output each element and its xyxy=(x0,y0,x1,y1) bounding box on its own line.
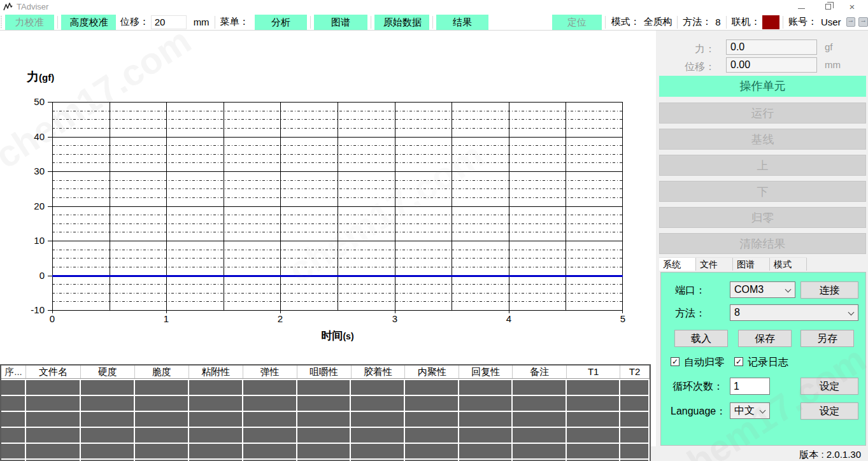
y-tick-mark xyxy=(48,206,52,207)
table-column-header[interactable]: 粘附性 xyxy=(189,365,243,378)
minor-gridline xyxy=(52,250,623,250)
table-row[interactable] xyxy=(1,444,650,458)
connect-button[interactable]: 连接 xyxy=(800,281,858,299)
table-row[interactable] xyxy=(1,428,650,443)
account-label: 账号： xyxy=(786,16,819,28)
raw-data-button[interactable]: 原始数据 xyxy=(374,15,429,30)
displacement-readout-label: 位移： xyxy=(685,60,715,74)
force-calibration-button[interactable]: 力校准 xyxy=(5,15,54,30)
method-label: 方法： xyxy=(681,16,713,28)
login-icon[interactable] xyxy=(846,17,856,27)
baseline-button[interactable]: 基线 xyxy=(659,129,866,150)
table-cell xyxy=(243,412,296,427)
vertical-gridline xyxy=(110,102,110,310)
save-button[interactable]: 保存 xyxy=(738,330,792,347)
table-cell xyxy=(243,380,296,395)
cycles-input[interactable] xyxy=(730,378,770,395)
table-cell xyxy=(243,444,296,458)
table-cell xyxy=(513,396,566,411)
height-calibration-button[interactable]: 高度校准 xyxy=(61,15,116,30)
table-column-header[interactable]: 回复性 xyxy=(459,365,513,378)
table-cell xyxy=(459,396,511,411)
port-select[interactable]: COM3 xyxy=(730,281,795,298)
table-cell xyxy=(351,444,404,458)
table-cell xyxy=(405,444,458,458)
table-column-header[interactable]: 硬度 xyxy=(81,365,135,378)
load-button[interactable]: 载入 xyxy=(674,330,728,347)
table-cell xyxy=(351,412,404,427)
logout-icon[interactable] xyxy=(858,17,868,27)
log-checkbox[interactable]: ✓ xyxy=(734,357,743,366)
table-column-header[interactable]: T2 xyxy=(620,365,650,378)
method-select[interactable]: 8 xyxy=(730,304,858,321)
language-select[interactable]: 中文 xyxy=(730,402,770,419)
table-cell xyxy=(567,412,619,427)
table-cell xyxy=(405,396,458,411)
minor-gridline xyxy=(52,145,623,146)
table-column-header[interactable]: 序... xyxy=(1,365,26,378)
table-cell xyxy=(81,428,134,443)
minor-gridline xyxy=(52,223,623,224)
table-cell xyxy=(459,380,511,395)
table-cell xyxy=(620,396,648,411)
vertical-gridline xyxy=(224,102,224,310)
displacement-input[interactable] xyxy=(151,15,187,29)
table-column-header[interactable]: 备注 xyxy=(513,365,567,378)
menu-label: 菜单： xyxy=(218,16,251,28)
language-set-button[interactable]: 设定 xyxy=(800,402,858,420)
result-button[interactable]: 结果 xyxy=(436,15,489,30)
toolbar-grip[interactable] xyxy=(1,16,3,29)
port-label: 端口： xyxy=(675,284,706,297)
table-column-header[interactable]: 胶着性 xyxy=(352,365,406,378)
restore-button[interactable] xyxy=(817,0,839,14)
tab-系统[interactable]: 系统 xyxy=(659,258,696,271)
tab-模式[interactable]: 模式 xyxy=(770,258,807,271)
table-row[interactable] xyxy=(1,380,650,395)
table-column-header[interactable]: T1 xyxy=(567,365,620,378)
vertical-gridline xyxy=(166,102,167,310)
positioning-button[interactable]: 定位 xyxy=(552,15,602,30)
down-button[interactable]: 下 xyxy=(659,181,866,202)
results-table: 序...文件名硬度脆度粘附性弹性咀嚼性胶着性内聚性回复性备注T1T2 xyxy=(0,364,651,461)
table-row[interactable] xyxy=(1,396,650,411)
table-cell xyxy=(405,428,458,443)
analyze-button[interactable]: 分析 xyxy=(255,15,308,30)
version-text: 版本 : 2.0.1.30 xyxy=(799,449,861,461)
minor-gridline xyxy=(52,197,623,198)
table-cell xyxy=(26,380,80,395)
app-window: TAdviser × 力校准 高度校准 位移： mm 菜单： 分析 图谱 原始数… xyxy=(0,0,868,461)
table-column-header[interactable]: 咀嚼性 xyxy=(297,365,352,378)
cycles-set-button[interactable]: 设定 xyxy=(800,378,858,395)
auto-zero-checkbox[interactable]: ✓ xyxy=(671,357,679,366)
tab-文件[interactable]: 文件 xyxy=(696,258,733,271)
minimize-button[interactable] xyxy=(790,0,812,14)
spectrum-button[interactable]: 图谱 xyxy=(314,15,367,30)
table-column-header[interactable]: 弹性 xyxy=(243,365,297,378)
clear-results-button[interactable]: 清除结果 xyxy=(659,233,866,254)
y-tick-label: 10 xyxy=(19,235,45,246)
plot-area[interactable]: 50403020100-10012345 xyxy=(52,102,623,310)
minor-gridline xyxy=(52,232,623,232)
vertical-gridline xyxy=(280,102,281,310)
y-tick-mark xyxy=(48,102,52,103)
close-button[interactable]: × xyxy=(841,0,863,14)
table-cell xyxy=(189,428,242,443)
force-readout: 0.0 xyxy=(726,39,817,55)
save-as-button[interactable]: 另存 xyxy=(800,330,854,347)
zero-button[interactable]: 归零 xyxy=(659,207,866,228)
table-cell xyxy=(459,412,511,427)
minor-gridline xyxy=(52,119,623,120)
chart-x-axis-title: 时间(s) xyxy=(0,329,675,343)
up-button[interactable]: 上 xyxy=(659,155,866,176)
minor-gridline xyxy=(52,188,623,189)
run-button[interactable]: 运行 xyxy=(659,103,866,124)
table-row[interactable] xyxy=(1,412,650,427)
y-tick-mark xyxy=(48,310,52,311)
table-column-header[interactable]: 内聚性 xyxy=(405,365,459,378)
table-column-header[interactable]: 文件名 xyxy=(26,365,81,378)
tab-图谱[interactable]: 图谱 xyxy=(733,258,770,271)
force-readout-label: 力： xyxy=(695,43,715,56)
operate-unit-button[interactable]: 操作单元 xyxy=(659,76,866,97)
table-column-header[interactable]: 脆度 xyxy=(135,365,189,378)
table-cell xyxy=(1,412,25,427)
